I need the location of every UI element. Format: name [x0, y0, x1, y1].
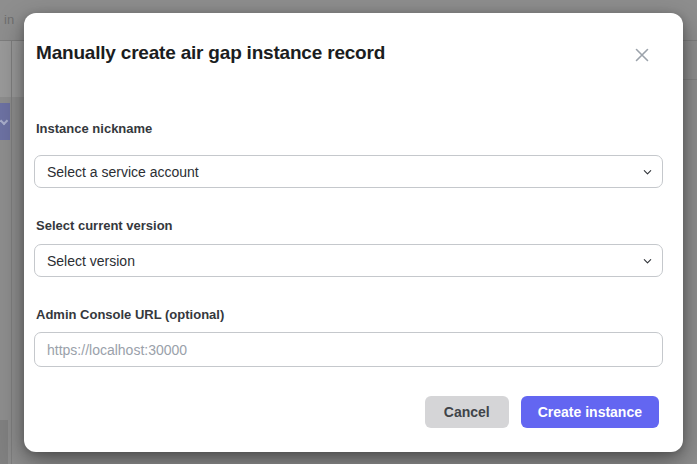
checkmark-icon	[0, 117, 8, 125]
background-selected-item-fragment	[0, 103, 10, 140]
current-version-label: Select current version	[36, 218, 173, 233]
service-account-select[interactable]: Select a service account	[34, 155, 663, 188]
background-bottom-fragment	[0, 420, 8, 464]
modal-overlay: in Manually create air gap instance reco…	[0, 0, 697, 464]
background-right-divider	[683, 79, 697, 80]
dialog-title: Manually create air gap instance record	[36, 42, 385, 64]
service-account-select-value: Select a service account	[35, 164, 199, 180]
admin-console-url-label: Admin Console URL (optional)	[36, 307, 224, 322]
version-select-value: Select version	[35, 253, 135, 269]
version-select[interactable]: Select version	[34, 244, 663, 277]
background-sidebar-border	[11, 41, 12, 464]
create-air-gap-instance-dialog: Manually create air gap instance record …	[24, 13, 683, 452]
close-icon	[634, 47, 650, 63]
background-panel-fragment	[0, 41, 24, 97]
close-button[interactable]	[632, 45, 652, 65]
dialog-footer: Cancel Create instance	[425, 396, 659, 428]
create-instance-button[interactable]: Create instance	[521, 396, 659, 428]
admin-console-url-input[interactable]	[34, 332, 663, 367]
cancel-button[interactable]: Cancel	[425, 396, 509, 428]
instance-nickname-label: Instance nickname	[36, 121, 152, 136]
chevron-down-icon	[642, 166, 653, 177]
background-text-fragment: in	[4, 12, 14, 27]
chevron-down-icon	[642, 255, 653, 266]
